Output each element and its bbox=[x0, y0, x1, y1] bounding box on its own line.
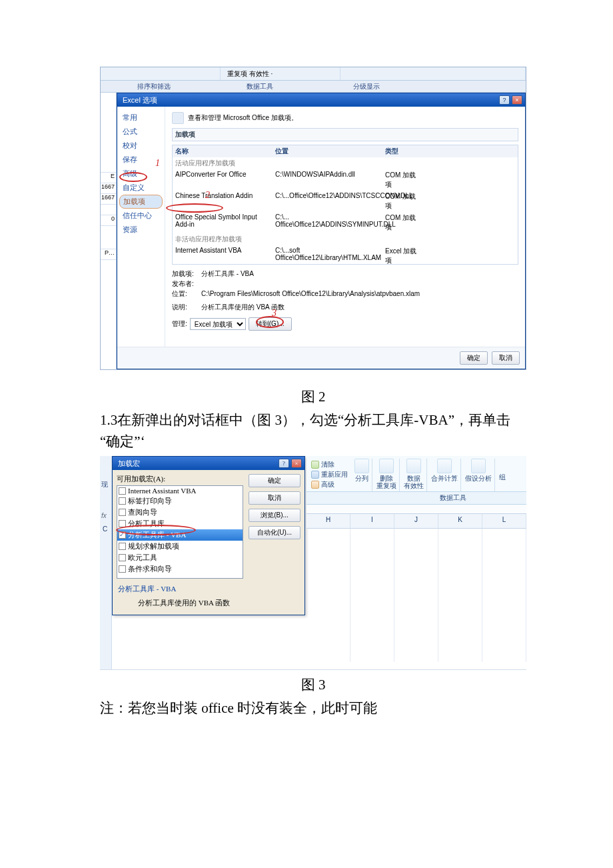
gh-l[interactable]: L bbox=[482, 514, 526, 528]
options-nav: 常用 公式 校对 保存 高级 自定义 加载项 信任中心 资源 bbox=[117, 107, 165, 347]
row-g1-0-name[interactable]: AIPConverter For Office bbox=[173, 169, 273, 191]
fig2-caption: 图 3 bbox=[100, 675, 526, 694]
stack-1[interactable]: 重新应用 bbox=[321, 470, 348, 479]
nav-item-8[interactable]: 资源 bbox=[117, 223, 165, 237]
ribbon-tab-datatools[interactable]: 数据工具 bbox=[207, 81, 314, 92]
sheet-row4: 0 bbox=[101, 215, 116, 226]
advanced-icon[interactable] bbox=[311, 481, 319, 489]
sheet-row3 bbox=[101, 205, 116, 215]
tool-0[interactable]: 分列 bbox=[355, 475, 368, 482]
dlg2-automation-button[interactable]: 自动化(U)... bbox=[249, 526, 301, 539]
item-7[interactable]: 条件求和向导 bbox=[128, 564, 172, 574]
fig1-caption: 图 2 bbox=[100, 387, 526, 406]
ribbon-tab-outline[interactable]: 分级显示 bbox=[313, 81, 420, 92]
nav-item-1[interactable]: 公式 bbox=[117, 125, 165, 139]
red-oval-checklist bbox=[116, 525, 196, 535]
row-g1-1-type: COM 加载项 bbox=[382, 191, 422, 212]
row-g1-0-loc: C:\WINDOWS\AIPAddin.dll bbox=[273, 169, 382, 191]
close-button[interactable]: × bbox=[512, 95, 522, 105]
group1-label: 活动应用程序加载项 bbox=[173, 157, 273, 169]
red-oval-1 bbox=[119, 172, 147, 182]
addins-checklist[interactable]: Internet Assistant VBA 标签打印向导 查阅向导 分析工具库… bbox=[117, 485, 243, 579]
item-5[interactable]: 规划求解加载项 bbox=[128, 541, 179, 551]
col-hdr-type: 类型 bbox=[382, 145, 422, 157]
nav-item-2[interactable]: 校对 bbox=[117, 139, 165, 153]
section-addins: 加载项 bbox=[172, 128, 518, 141]
sheet-row2: 1667 bbox=[101, 194, 116, 205]
info-desc-lbl: 说明: bbox=[172, 302, 201, 312]
addins-list[interactable]: 名称 位置 类型 活动应用程序加载项 AIPConverter For Offi… bbox=[172, 145, 518, 265]
chk-5[interactable] bbox=[119, 543, 126, 550]
help-button[interactable]: ? bbox=[499, 95, 510, 105]
close-button[interactable]: × bbox=[291, 459, 302, 468]
whatif-icon[interactable] bbox=[471, 459, 486, 473]
manage-select[interactable]: Excel 加载项 bbox=[190, 318, 246, 330]
gh-i[interactable]: I bbox=[350, 514, 394, 528]
red-oval-3 bbox=[256, 316, 284, 328]
manage-label: 管理: bbox=[172, 319, 187, 329]
left-label: 现 bbox=[101, 480, 108, 489]
desc-body: 分析工具库使用的 VBA 函数 bbox=[118, 594, 299, 608]
fx-icon[interactable]: fx bbox=[101, 512, 107, 519]
row-g1-0-type: COM 加载项 bbox=[382, 169, 422, 191]
help-button[interactable]: ? bbox=[279, 459, 289, 468]
chk-0[interactable] bbox=[119, 487, 126, 495]
item-0[interactable]: Internet Assistant VBA bbox=[128, 487, 196, 495]
dialog-title: Excel 选项 bbox=[123, 95, 157, 105]
clear-icon[interactable] bbox=[311, 461, 319, 469]
datavalid-icon[interactable] bbox=[406, 459, 421, 473]
chk-1[interactable] bbox=[119, 497, 126, 505]
stack-0[interactable]: 清除 bbox=[321, 460, 334, 469]
info-addin-lbl: 加载项: bbox=[172, 269, 201, 279]
dlg2-browse-button[interactable]: 浏览(B)... bbox=[249, 509, 301, 522]
gh-h[interactable]: H bbox=[306, 514, 350, 528]
ribbon-top-text: 重复项 有效性 · bbox=[221, 67, 340, 80]
texttocols-icon[interactable] bbox=[354, 459, 369, 473]
col-c-label: C bbox=[103, 525, 107, 533]
col-hdr-loc: 位置 bbox=[273, 145, 382, 157]
desc-title: 分析工具库 - VBA bbox=[118, 584, 299, 594]
ribbon-tab-sort[interactable]: 排序和筛选 bbox=[101, 81, 207, 92]
nav-item-5[interactable]: 自定义 bbox=[117, 181, 165, 195]
tool-3[interactable]: 合并计算 bbox=[431, 475, 458, 482]
sheet-row1: 1667 bbox=[101, 183, 116, 194]
sheet-row0: E bbox=[101, 173, 116, 183]
ok-button[interactable]: 确定 bbox=[460, 351, 488, 365]
dialog-title-bar[interactable]: Excel 选项 ? × bbox=[117, 93, 525, 107]
nav-item-0[interactable]: 常用 bbox=[117, 111, 165, 125]
item-2[interactable]: 查阅向导 bbox=[128, 507, 157, 517]
row-g1-1-loc: C:\...Office\Office12\ADDINS\TCSCCONV.DL… bbox=[273, 191, 382, 212]
info-pub-lbl: 发布者: bbox=[172, 279, 201, 289]
tool-last[interactable]: 组 bbox=[499, 473, 506, 481]
nav-item-7[interactable]: 信任中心 bbox=[117, 209, 165, 223]
removedupes-icon[interactable] bbox=[379, 459, 394, 473]
row-g2-0-name[interactable]: Internet Assistant VBA bbox=[173, 245, 273, 265]
tool-1[interactable]: 删除 重复项 bbox=[376, 475, 396, 489]
reapply-icon[interactable] bbox=[311, 471, 319, 479]
paragraph-1-3: 1.3在新弹出的对话框中（图 3），勾选“分析工具库-VBA”，再单击“确定”‘ bbox=[100, 410, 526, 452]
dlg2-ok-button[interactable]: 确定 bbox=[249, 474, 301, 487]
nav-item-addins[interactable]: 加载项 bbox=[119, 195, 163, 209]
red-annot-2: 2 bbox=[205, 190, 210, 201]
dlg2-title-bar[interactable]: 加载宏 ? × bbox=[113, 457, 305, 470]
addins-dialog: 加载宏 ? × 可用加载宏(A): Internet Assistant VBA… bbox=[112, 456, 305, 615]
chk-7[interactable] bbox=[119, 565, 126, 573]
gh-j[interactable]: J bbox=[394, 514, 438, 528]
fig2-screenshot: fx C 现 加载宏 ? × 可用加载宏(A): Inter bbox=[100, 456, 526, 670]
item-1[interactable]: 标签打印向导 bbox=[128, 496, 172, 506]
red-annot-1: 1 bbox=[155, 158, 160, 169]
item-6[interactable]: 欧元工具 bbox=[128, 553, 157, 563]
chk-2[interactable] bbox=[119, 509, 126, 516]
dlg2-cancel-button[interactable]: 取消 bbox=[249, 491, 301, 505]
consolidate-icon[interactable] bbox=[437, 459, 452, 473]
tool-4[interactable]: 假设分析 bbox=[465, 475, 492, 482]
stack-2[interactable]: 高级 bbox=[321, 480, 334, 489]
row-g1-2-name[interactable]: Office Special Symbol Input Add-in bbox=[173, 212, 273, 233]
tool-2[interactable]: 数据 有效性 bbox=[404, 475, 424, 489]
gh-k[interactable]: K bbox=[438, 514, 482, 528]
ribbon-group-label: 数据工具 bbox=[366, 494, 466, 501]
chk-6[interactable] bbox=[119, 554, 126, 561]
col-hdr-name: 名称 bbox=[173, 145, 273, 157]
excel-options-dialog: Excel 选项 ? × 常用 公式 校对 保存 高级 bbox=[117, 93, 526, 369]
cancel-button[interactable]: 取消 bbox=[492, 351, 520, 365]
